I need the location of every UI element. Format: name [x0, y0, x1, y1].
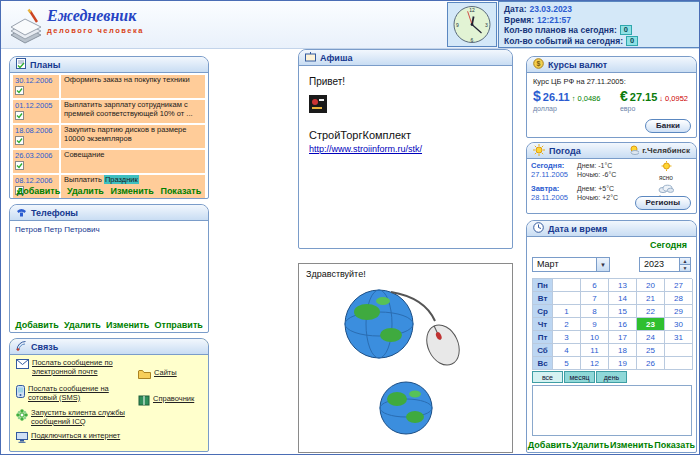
calendar-day-cell[interactable]: 25	[637, 344, 665, 357]
sun-icon	[533, 144, 545, 158]
usd-label: доллар	[533, 105, 600, 112]
calendar-day-cell[interactable]: 6	[581, 279, 609, 292]
events-list-area[interactable]	[532, 385, 692, 436]
calendar-day-cell[interactable]: 16	[609, 318, 637, 331]
task-check-icon	[15, 111, 57, 122]
eur-rate: € 27.15 ↓ 0,0952 евро	[620, 88, 688, 112]
calendar-day-cell[interactable]: 28	[665, 292, 693, 305]
plan-row[interactable]: 18.08.2006 Закупить партию дисков в разм…	[13, 125, 205, 148]
calendar-day-cell[interactable]: 4	[553, 344, 581, 357]
month-dropdown-arrow[interactable]: ▼	[596, 258, 609, 271]
calendar-day-cell[interactable]: 24	[637, 331, 665, 344]
tab-day[interactable]: день	[596, 371, 627, 383]
phones-add-link[interactable]: Добавить	[15, 320, 59, 330]
calendar-day-cell[interactable]: 29	[665, 305, 693, 318]
today-link[interactable]: Сегодня	[650, 240, 687, 250]
phones-delete-link[interactable]: Удалить	[64, 320, 101, 330]
calendar-day-cell[interactable]: 20	[637, 279, 665, 292]
plans-panel: Планы 30.12.2006 Оформить заказ на покуп…	[9, 56, 209, 199]
dollar-sign: $	[533, 88, 541, 104]
calendar-day-cell[interactable]: 12	[581, 357, 609, 370]
year-spinner[interactable]: 2023 ▲ ▼	[639, 257, 691, 272]
plan-text-highlight: Праздник	[104, 175, 139, 184]
plans-add-link[interactable]: Добавить	[17, 186, 61, 196]
plan-row[interactable]: 26.03.2006 Совещание	[13, 150, 205, 173]
calendar-day-cell[interactable]	[665, 344, 693, 357]
board-icon	[305, 52, 316, 64]
calendar-day-cell[interactable]: 21	[637, 292, 665, 305]
calendar-day-cell[interactable]: 2	[553, 318, 581, 331]
plans-edit-link[interactable]: Изменить	[110, 186, 153, 196]
plans-delete-link[interactable]: Удалить	[67, 186, 104, 196]
year-up-arrow[interactable]: ▲	[680, 258, 690, 265]
plan-row[interactable]: 01.12.2005 Выплатить зарплату сотрудника…	[13, 100, 205, 123]
calendar-day-cell[interactable]: 11	[581, 344, 609, 357]
afisha-logo-image	[309, 95, 502, 117]
banks-button[interactable]: Банки	[645, 119, 691, 133]
tab-month[interactable]: месяц	[564, 371, 595, 383]
folder-icon	[138, 369, 151, 382]
calendar-day-cell[interactable]: 26	[637, 357, 665, 370]
calendar-day-cell[interactable]: 22	[637, 305, 665, 318]
calendar-day-cell[interactable]	[553, 279, 581, 292]
sites-label: Сайты	[154, 369, 177, 382]
usd-delta: 0,0486	[577, 94, 600, 103]
calendar-grid: Пн 6 13 20 27 Вт 7 14 21 28 Ср 1 8 15 22…	[532, 278, 692, 370]
calendar-day-cell[interactable]: 18	[609, 344, 637, 357]
calendar-day-cell[interactable]: 30	[665, 318, 693, 331]
year-down-arrow[interactable]: ▼	[680, 265, 690, 271]
calendar-day-cell[interactable]: 17	[609, 331, 637, 344]
calendar-day-cell[interactable]: 27	[665, 279, 693, 292]
currency-panel-title: Курсы валют	[548, 60, 607, 70]
send-sms-item[interactable]: Послать сообщение на сотовый (SMS)	[16, 385, 136, 402]
date-value: 23.03.2023	[530, 4, 573, 14]
icq-item[interactable]: Запустить клиента службы сообщений ICQ	[16, 409, 136, 426]
calendar-day-cell[interactable]: 9	[581, 318, 609, 331]
calendar-day-cell[interactable]: 10	[581, 331, 609, 344]
comms-panel: Связь Послать сообщение по электронной п…	[9, 338, 209, 452]
calendar-day-cell[interactable]: 31	[665, 331, 693, 344]
connect-internet-item[interactable]: Подключиться к интернет	[16, 432, 136, 446]
weather-today-row: Сегодня: 27.11.2005 Днем: -1°C Ночью: -6…	[527, 161, 696, 182]
directory-item[interactable]: Справочник	[138, 395, 204, 409]
calendar-day-cell[interactable]: 8	[581, 305, 609, 318]
svg-text:6: 6	[471, 37, 474, 43]
svg-text:12: 12	[469, 7, 475, 13]
plan-date: 01.12.2005	[15, 101, 53, 110]
plans-count-badge: 0	[620, 25, 632, 35]
afisha-link[interactable]: http://www.stroiinform.ru/stk/	[309, 144, 502, 154]
phones-send-link[interactable]: Отправить	[154, 320, 202, 330]
calendar-day-cell[interactable]: 1	[553, 305, 581, 318]
eur-delta: 0,0952	[665, 94, 688, 103]
datetime-add-link[interactable]: Добавить	[528, 440, 572, 450]
plans-show-link[interactable]: Показать	[160, 186, 201, 196]
calendar-today-cell[interactable]: 23	[637, 318, 665, 331]
calendar-day-cell[interactable]: 19	[609, 357, 637, 370]
today-condition: ясно	[659, 174, 673, 181]
calendar-day-cell[interactable]	[553, 292, 581, 305]
tab-all[interactable]: все	[532, 371, 563, 383]
datetime-delete-link[interactable]: Удалить	[572, 440, 609, 450]
regions-button[interactable]: Регионы	[635, 196, 691, 210]
calendar-day-cell[interactable]: 13	[609, 279, 637, 292]
calendar-day-cell[interactable]: 14	[609, 292, 637, 305]
datetime-show-link[interactable]: Показать	[654, 440, 695, 450]
calendar-day-cell[interactable]: 5	[553, 357, 581, 370]
sites-item[interactable]: Сайты	[138, 369, 204, 382]
calendar-day-cell[interactable]: 15	[609, 305, 637, 318]
afisha-panel: Афиша Привет! СтройТоргКомплект http://w…	[298, 49, 513, 249]
globe-image	[299, 379, 512, 437]
year-value: 2023	[640, 258, 679, 271]
calendar-day-cell[interactable]: 7	[581, 292, 609, 305]
datetime-panel-header: Дата и время	[527, 221, 696, 237]
phones-edit-link[interactable]: Изменить	[106, 320, 149, 330]
phone-list-item[interactable]: Петров Петр Петрович	[10, 221, 208, 238]
weekday-label: Ср	[533, 305, 553, 318]
date-label: Дата:	[504, 4, 527, 14]
datetime-edit-link[interactable]: Изменить	[610, 440, 653, 450]
calendar-day-cell[interactable]: 3	[553, 331, 581, 344]
send-email-item[interactable]: Послать сообщение по электронной почте	[16, 359, 136, 376]
month-select[interactable]: Март ▼	[532, 257, 610, 272]
plan-row[interactable]: 30.12.2006 Оформить заказ на покупку тех…	[13, 75, 205, 98]
calendar-day-cell[interactable]	[665, 357, 693, 370]
